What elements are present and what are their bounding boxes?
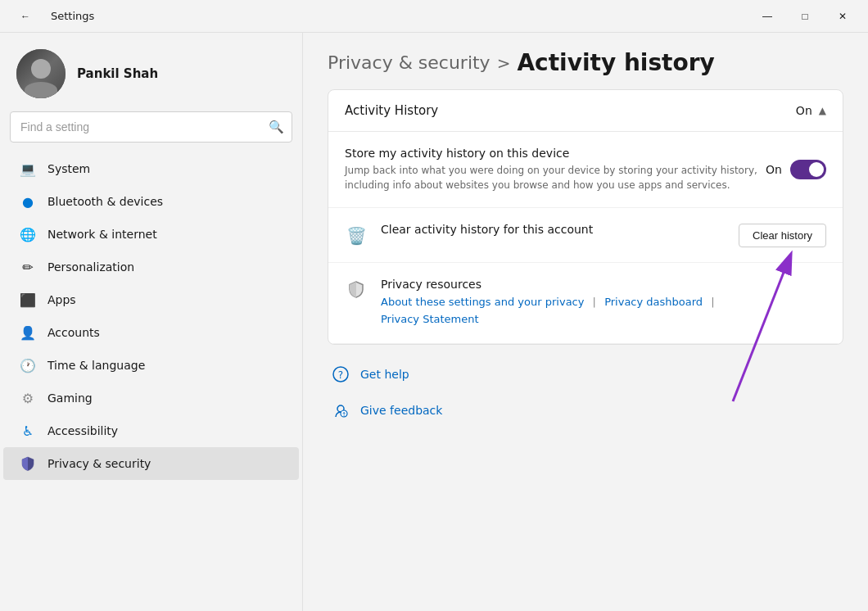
help-section: ? Get help ↑ Give feedback: [328, 358, 843, 427]
breadcrumb-separator: >: [497, 53, 511, 73]
main-content: Privacy & security > Activity history Ac…: [303, 33, 868, 611]
svg-text:?: ?: [338, 369, 343, 381]
feedback-icon: ↑: [331, 401, 350, 420]
clear-right: Clear history: [739, 224, 826, 247]
accessibility-icon: ♿: [20, 423, 36, 439]
privacy-link-about[interactable]: About these settings and your privacy: [381, 296, 584, 308]
clear-left: 🗑️ Clear activity history for this accou…: [345, 223, 739, 247]
toggle-knob: [809, 162, 824, 177]
sidebar-label-network: Network & internet: [47, 228, 157, 241]
avatar: [16, 49, 66, 98]
sidebar-item-bluetooth[interactable]: ● Bluetooth & devices: [3, 185, 299, 218]
setting-row-store-activity: Store my activity history on this device…: [328, 132, 843, 208]
breadcrumb-current: Activity history: [517, 49, 714, 76]
panel-header[interactable]: Activity History On ▲: [328, 90, 843, 132]
titlebar-controls: — □ ✕: [748, 0, 861, 33]
panel-header-title: Activity History: [345, 103, 438, 118]
profile-section[interactable]: Pankil Shah: [0, 33, 302, 111]
sidebar-label-accounts: Accounts: [47, 326, 100, 339]
privacy-shield-icon: [345, 278, 368, 301]
search-icon: 🔍: [269, 120, 284, 134]
system-icon: 💻: [20, 161, 36, 177]
get-help-label: Get help: [360, 368, 409, 381]
clear-title: Clear activity history for this account: [381, 223, 739, 236]
toggle-label: On: [766, 163, 782, 176]
chevron-up-icon: ▲: [819, 105, 826, 116]
content-panel: Activity History On ▲ Store my activity …: [328, 89, 843, 345]
sidebar-item-accessibility[interactable]: ♿ Accessibility: [3, 414, 299, 447]
store-activity-title: Store my activity history on this device: [345, 147, 766, 160]
feedback-label: Give feedback: [360, 404, 442, 417]
give-feedback-link[interactable]: ↑ Give feedback: [328, 394, 843, 427]
setting-text: Store my activity history on this device…: [345, 147, 766, 192]
search-input[interactable]: [10, 111, 292, 143]
nav-list: 💻 System ● Bluetooth & devices 🌐 Network…: [0, 149, 302, 611]
search-box: 🔍: [10, 111, 292, 143]
personalization-icon: ✏️: [20, 259, 36, 275]
breadcrumb-parent[interactable]: Privacy & security: [328, 52, 491, 73]
sidebar-item-gaming[interactable]: ⚙️ Gaming: [3, 382, 299, 414]
back-button[interactable]: ←: [7, 0, 44, 33]
sidebar-label-apps: Apps: [47, 293, 76, 306]
clear-history-button[interactable]: Clear history: [739, 224, 826, 247]
app-container: Pankil Shah 🔍 💻 System ● Bluetooth & dev…: [0, 33, 868, 611]
time-icon: 🕐: [20, 357, 36, 373]
sidebar-item-system[interactable]: 💻 System: [3, 152, 299, 185]
sidebar-item-time[interactable]: 🕐 Time & language: [3, 349, 299, 382]
sidebar-item-accounts[interactable]: 👤 Accounts: [3, 316, 299, 349]
sidebar-label-bluetooth: Bluetooth & devices: [47, 195, 163, 208]
privacy-links: About these settings and your privacy | …: [381, 294, 720, 328]
privacy-link-statement[interactable]: Privacy Statement: [381, 313, 479, 325]
sidebar-label-time: Time & language: [47, 359, 145, 372]
titlebar-left: ← Settings: [7, 0, 94, 33]
accounts-icon: 👤: [20, 324, 36, 341]
gaming-icon: ⚙️: [20, 390, 36, 406]
privacy-content: Privacy resources About these settings a…: [381, 278, 720, 328]
sidebar-item-network[interactable]: 🌐 Network & internet: [3, 218, 299, 251]
sidebar-item-apps[interactable]: ⬛ Apps: [3, 283, 299, 316]
sidebar: Pankil Shah 🔍 💻 System ● Bluetooth & dev…: [0, 33, 303, 611]
close-button[interactable]: ✕: [824, 0, 861, 33]
sidebar-label-system: System: [47, 162, 90, 175]
setting-right: On: [766, 160, 826, 179]
network-icon: 🌐: [20, 226, 36, 242]
privacy-divider-1: |: [593, 296, 596, 308]
svg-text:↑: ↑: [341, 411, 347, 419]
trash-icon: 🗑️: [345, 224, 368, 247]
store-activity-desc: Jump back into what you were doing on yo…: [345, 163, 766, 192]
bluetooth-icon: ●: [20, 193, 36, 210]
get-help-link[interactable]: ? Get help: [328, 358, 843, 391]
sidebar-label-personalization: Personalization: [47, 260, 134, 274]
sidebar-label-accessibility: Accessibility: [47, 424, 118, 437]
setting-row-clear: 🗑️ Clear activity history for this accou…: [328, 208, 843, 263]
sidebar-item-personalization[interactable]: ✏️ Personalization: [3, 251, 299, 283]
privacy-resources-title: Privacy resources: [381, 278, 720, 291]
maximize-button[interactable]: □: [786, 0, 824, 33]
clear-text: Clear activity history for this account: [381, 223, 739, 239]
setting-left: Store my activity history on this device…: [345, 147, 766, 192]
panel-status: On: [796, 104, 812, 117]
breadcrumb: Privacy & security > Activity history: [303, 33, 868, 89]
avatar-image: [16, 49, 66, 98]
privacy-icon: [20, 455, 36, 472]
get-help-icon: ?: [331, 364, 350, 384]
store-activity-toggle[interactable]: [790, 160, 826, 179]
titlebar: ← Settings — □ ✕: [0, 0, 868, 33]
privacy-divider-2: |: [711, 296, 714, 308]
privacy-link-dashboard[interactable]: Privacy dashboard: [604, 296, 703, 308]
sidebar-label-privacy: Privacy & security: [47, 457, 151, 470]
sidebar-item-privacy[interactable]: Privacy & security: [3, 447, 299, 480]
privacy-resources-row: Privacy resources About these settings a…: [328, 263, 843, 344]
titlebar-title: Settings: [51, 10, 94, 22]
apps-icon: ⬛: [20, 292, 36, 308]
sidebar-label-gaming: Gaming: [47, 391, 93, 405]
minimize-button[interactable]: —: [748, 0, 786, 33]
panel-header-right: On ▲: [796, 104, 826, 117]
profile-name: Pankil Shah: [77, 66, 158, 81]
